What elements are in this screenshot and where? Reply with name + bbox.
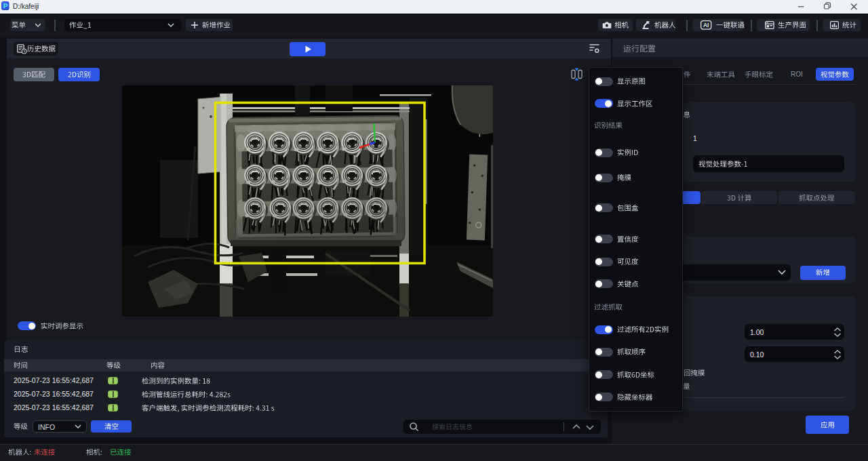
- svg-text:AI: AI: [703, 22, 709, 28]
